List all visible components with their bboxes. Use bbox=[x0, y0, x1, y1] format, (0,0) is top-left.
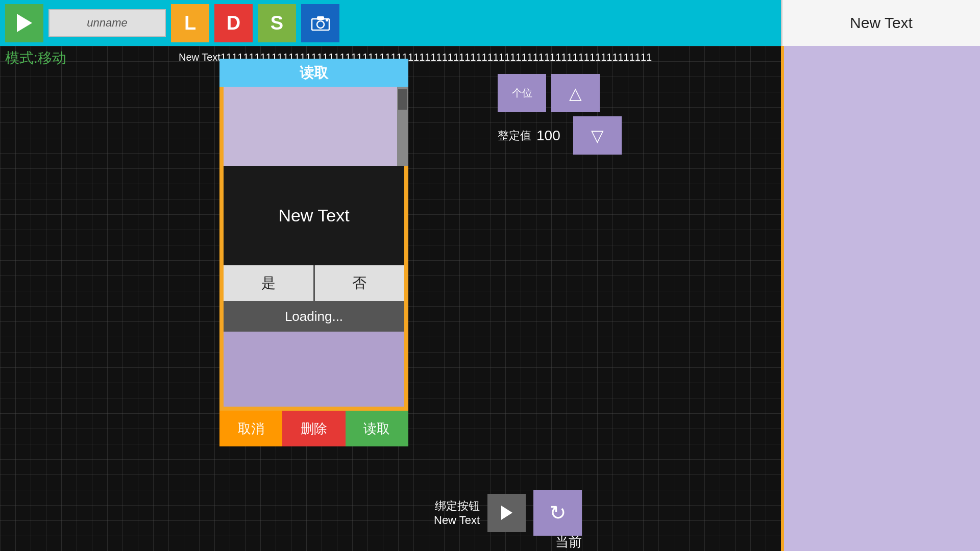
tool-btn-s[interactable]: S bbox=[258, 4, 296, 42]
bind-label: 绑定按钮 New Text bbox=[434, 498, 480, 527]
dialog-body-text: New Text bbox=[278, 206, 349, 226]
ctrl-value: 100 bbox=[536, 128, 563, 144]
yes-button[interactable]: 是 bbox=[224, 265, 315, 301]
setting-label: 整定值 bbox=[498, 128, 531, 143]
loading-text: Loading... bbox=[285, 309, 343, 324]
unit-button[interactable]: 个位 bbox=[498, 74, 546, 112]
scrollbar[interactable] bbox=[397, 87, 408, 166]
dialog-loading: Loading... bbox=[219, 301, 408, 332]
up-button[interactable]: △ bbox=[551, 74, 600, 112]
tool-btn-d[interactable]: D bbox=[214, 4, 253, 42]
dialog-action-buttons: 取消 删除 读取 bbox=[219, 411, 408, 446]
svg-rect-3 bbox=[326, 19, 328, 21]
dialog-upper-body bbox=[219, 87, 408, 166]
right-panel-header: New Text bbox=[781, 0, 980, 46]
scroll-thumb bbox=[398, 89, 407, 110]
refresh-button[interactable]: ↻ bbox=[533, 490, 582, 536]
down-button[interactable]: ▽ bbox=[573, 116, 622, 155]
play-small-button[interactable] bbox=[487, 494, 526, 532]
play-button[interactable] bbox=[5, 4, 43, 42]
tool-btn-cam[interactable] bbox=[301, 4, 339, 42]
delete-button[interactable]: 删除 bbox=[282, 411, 345, 446]
dialog-title: 读取 bbox=[300, 63, 328, 83]
control-panel: 个位 △ 整定值 100 ▽ bbox=[498, 74, 776, 155]
control-row-top: 个位 △ bbox=[498, 74, 776, 112]
cancel-button[interactable]: 取消 bbox=[219, 411, 282, 446]
dialog-lower-body bbox=[219, 332, 408, 411]
read-button[interactable]: 读取 bbox=[346, 411, 408, 446]
name-field[interactable]: unname bbox=[48, 9, 166, 37]
dialog-yes-no-buttons: 是 否 bbox=[219, 265, 408, 301]
play-small-icon bbox=[501, 506, 512, 520]
mode-label: 模式:移动 bbox=[5, 48, 66, 68]
dialog-container: 读取 New Text 是 否 Loading... 取消 删除 读取 bbox=[219, 59, 408, 446]
dialog-mid-body: New Text bbox=[219, 166, 408, 265]
no-button[interactable]: 否 bbox=[315, 265, 405, 301]
tool-btn-l[interactable]: L bbox=[171, 4, 209, 42]
bottom-controls: 绑定按钮 New Text ↻ 当前 bbox=[434, 490, 776, 536]
current-label: 当前 bbox=[555, 533, 582, 551]
right-panel bbox=[781, 46, 980, 551]
dialog-title-bar: 读取 bbox=[219, 59, 408, 87]
svg-point-1 bbox=[317, 21, 324, 28]
play-icon bbox=[17, 14, 32, 32]
svg-rect-2 bbox=[317, 16, 324, 20]
